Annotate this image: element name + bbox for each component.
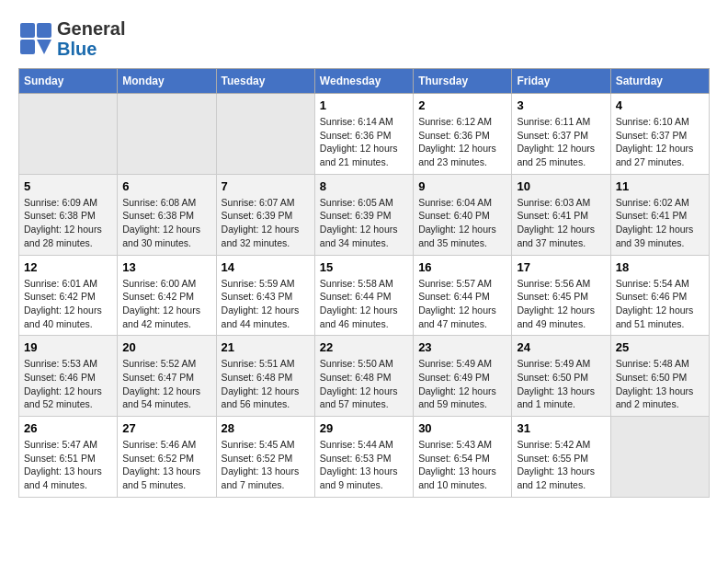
day-info: Sunrise: 5:56 AMSunset: 6:45 PMDaylight:…	[517, 278, 595, 329]
day-number: 29	[320, 421, 408, 435]
day-number: 16	[418, 260, 506, 274]
day-info: Sunrise: 6:00 AMSunset: 6:42 PMDaylight:…	[122, 278, 200, 329]
calendar-cell: 22 Sunrise: 5:50 AMSunset: 6:48 PMDaylig…	[314, 336, 413, 417]
day-info: Sunrise: 5:44 AMSunset: 6:53 PMDaylight:…	[320, 439, 398, 490]
day-number: 2	[418, 98, 506, 112]
day-info: Sunrise: 5:57 AMSunset: 6:44 PMDaylight:…	[418, 278, 496, 329]
day-info: Sunrise: 5:58 AMSunset: 6:44 PMDaylight:…	[320, 278, 398, 329]
calendar-cell: 7 Sunrise: 6:07 AMSunset: 6:39 PMDayligh…	[216, 174, 314, 255]
calendar-cell: 29 Sunrise: 5:44 AMSunset: 6:53 PMDaylig…	[314, 417, 413, 498]
calendar-cell: 28 Sunrise: 5:45 AMSunset: 6:52 PMDaylig…	[216, 417, 314, 498]
day-number: 20	[122, 340, 210, 354]
svg-rect-1	[37, 23, 51, 38]
calendar-week-5: 26 Sunrise: 5:47 AMSunset: 6:51 PMDaylig…	[19, 417, 710, 498]
calendar-cell	[610, 417, 709, 498]
day-number: 17	[517, 260, 605, 274]
calendar-cell: 15 Sunrise: 5:58 AMSunset: 6:44 PMDaylig…	[314, 255, 413, 336]
calendar-cell: 20 Sunrise: 5:52 AMSunset: 6:47 PMDaylig…	[118, 336, 216, 417]
header-tuesday: Tuesday	[216, 69, 314, 94]
day-info: Sunrise: 6:03 AMSunset: 6:41 PMDaylight:…	[517, 197, 595, 248]
calendar-cell: 12 Sunrise: 6:01 AMSunset: 6:42 PMDaylig…	[19, 255, 118, 336]
header-thursday: Thursday	[414, 69, 512, 94]
day-info: Sunrise: 5:51 AMSunset: 6:48 PMDaylight:…	[222, 358, 300, 409]
calendar-cell	[118, 94, 216, 175]
day-number: 30	[418, 421, 506, 435]
day-info: Sunrise: 5:54 AMSunset: 6:46 PMDaylight:…	[616, 278, 694, 329]
calendar-cell: 31 Sunrise: 5:42 AMSunset: 6:55 PMDaylig…	[512, 417, 610, 498]
day-info: Sunrise: 5:42 AMSunset: 6:55 PMDaylight:…	[517, 439, 595, 490]
calendar-cell: 21 Sunrise: 5:51 AMSunset: 6:48 PMDaylig…	[216, 336, 314, 417]
logo: General Blue	[18, 18, 125, 59]
calendar-cell: 2 Sunrise: 6:12 AMSunset: 6:36 PMDayligh…	[414, 94, 512, 175]
logo-icon	[18, 21, 53, 56]
day-number: 4	[616, 98, 704, 112]
day-info: Sunrise: 5:53 AMSunset: 6:46 PMDaylight:…	[24, 358, 102, 409]
day-info: Sunrise: 6:11 AMSunset: 6:37 PMDaylight:…	[517, 116, 595, 167]
day-info: Sunrise: 6:12 AMSunset: 6:36 PMDaylight:…	[418, 116, 496, 167]
day-number: 26	[24, 421, 112, 435]
day-info: Sunrise: 6:09 AMSunset: 6:38 PMDaylight:…	[24, 197, 102, 248]
header-monday: Monday	[118, 69, 216, 94]
day-info: Sunrise: 5:49 AMSunset: 6:49 PMDaylight:…	[418, 358, 496, 409]
header-friday: Friday	[512, 69, 610, 94]
calendar-cell: 5 Sunrise: 6:09 AMSunset: 6:38 PMDayligh…	[19, 174, 118, 255]
calendar-week-4: 19 Sunrise: 5:53 AMSunset: 6:46 PMDaylig…	[19, 336, 710, 417]
calendar-header-row: SundayMondayTuesdayWednesdayThursdayFrid…	[19, 69, 710, 94]
svg-marker-3	[37, 40, 51, 54]
calendar-body: 1 Sunrise: 6:14 AMSunset: 6:36 PMDayligh…	[19, 94, 710, 498]
calendar-cell: 11 Sunrise: 6:02 AMSunset: 6:41 PMDaylig…	[610, 174, 709, 255]
day-info: Sunrise: 6:02 AMSunset: 6:41 PMDaylight:…	[616, 197, 694, 248]
day-number: 7	[222, 179, 310, 193]
day-number: 13	[122, 260, 210, 274]
day-number: 15	[320, 260, 408, 274]
calendar-cell: 1 Sunrise: 6:14 AMSunset: 6:36 PMDayligh…	[314, 94, 413, 175]
day-number: 21	[222, 340, 310, 354]
day-number: 12	[24, 260, 112, 274]
calendar-cell: 26 Sunrise: 5:47 AMSunset: 6:51 PMDaylig…	[19, 417, 118, 498]
day-info: Sunrise: 5:47 AMSunset: 6:51 PMDaylight:…	[24, 439, 102, 490]
logo-blue: Blue	[57, 39, 125, 59]
day-info: Sunrise: 5:49 AMSunset: 6:50 PMDaylight:…	[517, 358, 595, 409]
day-info: Sunrise: 5:46 AMSunset: 6:52 PMDaylight:…	[122, 439, 200, 490]
svg-rect-2	[20, 40, 35, 54]
day-number: 11	[616, 179, 704, 193]
calendar-table: SundayMondayTuesdayWednesdayThursdayFrid…	[18, 68, 710, 498]
calendar-cell: 17 Sunrise: 5:56 AMSunset: 6:45 PMDaylig…	[512, 255, 610, 336]
day-info: Sunrise: 5:52 AMSunset: 6:47 PMDaylight:…	[122, 358, 200, 409]
day-number: 27	[122, 421, 210, 435]
calendar-cell: 3 Sunrise: 6:11 AMSunset: 6:37 PMDayligh…	[512, 94, 610, 175]
calendar-week-2: 5 Sunrise: 6:09 AMSunset: 6:38 PMDayligh…	[19, 174, 710, 255]
header-wednesday: Wednesday	[314, 69, 413, 94]
calendar-cell: 27 Sunrise: 5:46 AMSunset: 6:52 PMDaylig…	[118, 417, 216, 498]
calendar-cell: 18 Sunrise: 5:54 AMSunset: 6:46 PMDaylig…	[610, 255, 709, 336]
logo-general: General	[57, 18, 125, 39]
day-number: 19	[24, 340, 112, 354]
day-info: Sunrise: 5:43 AMSunset: 6:54 PMDaylight:…	[418, 439, 496, 490]
day-number: 8	[320, 179, 408, 193]
calendar-cell: 14 Sunrise: 5:59 AMSunset: 6:43 PMDaylig…	[216, 255, 314, 336]
day-number: 31	[517, 421, 605, 435]
calendar-week-1: 1 Sunrise: 6:14 AMSunset: 6:36 PMDayligh…	[19, 94, 710, 175]
day-info: Sunrise: 6:05 AMSunset: 6:39 PMDaylight:…	[320, 197, 398, 248]
calendar-week-3: 12 Sunrise: 6:01 AMSunset: 6:42 PMDaylig…	[19, 255, 710, 336]
day-info: Sunrise: 5:59 AMSunset: 6:43 PMDaylight:…	[222, 278, 300, 329]
day-number: 3	[517, 98, 605, 112]
day-info: Sunrise: 6:10 AMSunset: 6:37 PMDaylight:…	[616, 116, 694, 167]
day-number: 25	[616, 340, 704, 354]
calendar-cell: 24 Sunrise: 5:49 AMSunset: 6:50 PMDaylig…	[512, 336, 610, 417]
day-info: Sunrise: 6:07 AMSunset: 6:39 PMDaylight:…	[222, 197, 300, 248]
calendar-cell: 10 Sunrise: 6:03 AMSunset: 6:41 PMDaylig…	[512, 174, 610, 255]
calendar-cell: 13 Sunrise: 6:00 AMSunset: 6:42 PMDaylig…	[118, 255, 216, 336]
day-info: Sunrise: 5:50 AMSunset: 6:48 PMDaylight:…	[320, 358, 398, 409]
day-number: 28	[222, 421, 310, 435]
day-info: Sunrise: 5:45 AMSunset: 6:52 PMDaylight:…	[222, 439, 300, 490]
day-number: 1	[320, 98, 408, 112]
calendar-cell: 9 Sunrise: 6:04 AMSunset: 6:40 PMDayligh…	[414, 174, 512, 255]
day-number: 10	[517, 179, 605, 193]
day-number: 24	[517, 340, 605, 354]
day-info: Sunrise: 6:01 AMSunset: 6:42 PMDaylight:…	[24, 278, 102, 329]
calendar-cell: 25 Sunrise: 5:48 AMSunset: 6:50 PMDaylig…	[610, 336, 709, 417]
calendar-cell	[216, 94, 314, 175]
day-info: Sunrise: 6:04 AMSunset: 6:40 PMDaylight:…	[418, 197, 496, 248]
page-header: General Blue	[18, 18, 710, 59]
